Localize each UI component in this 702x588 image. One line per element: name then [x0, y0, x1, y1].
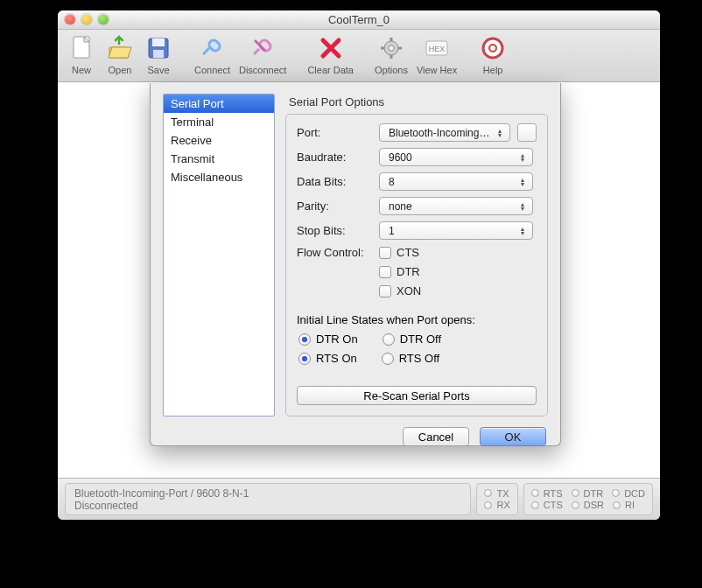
toolbar-label: Options: [375, 65, 408, 75]
cts-led: CTS: [531, 500, 563, 510]
svg-point-18: [489, 45, 496, 52]
baud-value: 9600: [389, 151, 412, 164]
led-icon: [572, 489, 579, 497]
status-connection: Bluetooth-Incoming-Port / 9600 8-N-1: [74, 487, 461, 500]
titlebar: CoolTerm_0: [58, 10, 660, 30]
led-icon: [484, 489, 492, 497]
open-button[interactable]: Open: [102, 33, 138, 75]
category-list[interactable]: Serial Port Terminal Receive Transmit Mi…: [163, 94, 275, 416]
parity-label: Parity:: [297, 200, 372, 213]
port-info-button[interactable]: [517, 123, 537, 142]
svg-rect-4: [152, 38, 165, 46]
dtr-checkbox[interactable]: DTR: [379, 265, 421, 278]
checkbox-icon: [379, 247, 391, 259]
dtr-off-radio[interactable]: DTR Off: [383, 332, 441, 346]
parity-value: none: [389, 200, 412, 213]
toolbar-label: Clear Data: [307, 65, 354, 75]
port-value: Bluetooth-Incoming…: [389, 127, 489, 139]
stopbits-select[interactable]: 1 ▴▾: [379, 221, 533, 240]
clear-icon: [316, 33, 346, 63]
toolbar: New Open Save Connect Disconnect: [58, 30, 660, 82]
led-icon: [613, 501, 621, 509]
status-info: Bluetooth-Incoming-Port / 9600 8-N-1 Dis…: [65, 483, 471, 515]
rts-led: RTS: [531, 488, 563, 499]
stopbits-label: Stop Bits:: [297, 224, 372, 237]
databits-value: 8: [389, 176, 395, 188]
traffic-lights: [65, 14, 109, 24]
hex-icon: HEX: [422, 33, 452, 63]
options-panel: Serial Port Options Port: Bluetooth-Inco…: [285, 94, 548, 416]
toolbar-label: New: [72, 65, 91, 75]
save-icon: [144, 33, 173, 63]
disconnect-button[interactable]: Disconnect: [235, 33, 290, 75]
clear-data-button[interactable]: Clear Data: [304, 33, 357, 75]
radio-icon: [382, 353, 394, 365]
dialog-actions: Cancel OK: [163, 427, 548, 446]
chevron-updown-icon: ▴▾: [516, 178, 529, 186]
initial-states-label: Initial Line States when Port opens:: [297, 313, 537, 326]
open-icon: [105, 33, 135, 63]
baud-label: Baudrate:: [297, 150, 372, 164]
baud-select[interactable]: 9600 ▴▾: [379, 148, 533, 166]
minimize-icon[interactable]: [81, 14, 92, 24]
help-icon: [478, 33, 508, 63]
checkbox-icon: [379, 285, 391, 298]
view-hex-button[interactable]: HEX View Hex: [413, 33, 460, 75]
databits-label: Data Bits:: [297, 175, 372, 188]
tx-led: TX: [484, 488, 509, 499]
options-button[interactable]: Options: [371, 33, 411, 75]
toolbar-label: Open: [109, 65, 132, 75]
toolbar-label: Connect: [194, 65, 230, 75]
category-item-receive[interactable]: Receive: [164, 131, 274, 150]
chevron-updown-icon: ▴▾: [494, 129, 506, 137]
category-item-serial-port[interactable]: Serial Port: [164, 94, 274, 113]
signal-leds: RTS DTR DCD CTS DSR RI: [523, 483, 653, 515]
parity-select[interactable]: none ▴▾: [379, 197, 533, 215]
txrx-leds: TX RX: [476, 483, 517, 515]
rx-led: RX: [484, 500, 509, 510]
port-select[interactable]: Bluetooth-Incoming… ▴▾: [379, 123, 510, 142]
zoom-icon[interactable]: [98, 14, 109, 24]
window-title: CoolTerm_0: [58, 13, 660, 26]
rts-on-radio[interactable]: RTS On: [298, 352, 357, 365]
xon-checkbox[interactable]: XON: [379, 284, 421, 298]
status-state: Disconnected: [74, 500, 461, 512]
app-window: CoolTerm_0 New Open Save Connect: [58, 10, 660, 520]
checkbox-icon: [379, 266, 391, 278]
document-icon: [67, 33, 96, 63]
svg-rect-5: [153, 50, 164, 58]
cts-checkbox[interactable]: CTS: [379, 246, 421, 259]
new-button[interactable]: New: [63, 33, 100, 75]
led-icon: [612, 489, 620, 497]
dsr-led: DSR: [572, 500, 604, 510]
save-button[interactable]: Save: [140, 33, 177, 75]
ok-button[interactable]: OK: [480, 427, 546, 446]
cancel-button[interactable]: Cancel: [403, 427, 469, 446]
dtr-led: DTR: [572, 488, 604, 499]
rescan-button[interactable]: Re-Scan Serial Ports: [297, 386, 537, 405]
rts-off-radio[interactable]: RTS Off: [382, 352, 439, 365]
chevron-updown-icon: ▴▾: [516, 202, 529, 211]
ri-led: RI: [613, 500, 635, 510]
status-bar: Bluetooth-Incoming-Port / 9600 8-N-1 Dis…: [58, 478, 660, 520]
dcd-led: DCD: [612, 488, 645, 499]
port-label: Port:: [297, 126, 372, 139]
close-icon[interactable]: [65, 14, 75, 24]
toolbar-label: Help: [483, 65, 503, 75]
toolbar-label: Save: [147, 65, 169, 75]
toolbar-label: Disconnect: [239, 65, 286, 75]
help-button[interactable]: Help: [474, 33, 511, 75]
dtr-on-radio[interactable]: DTR On: [298, 332, 358, 346]
category-item-transmit[interactable]: Transmit: [164, 150, 274, 168]
category-item-misc[interactable]: Miscellaneous: [164, 168, 274, 186]
led-icon: [531, 501, 539, 509]
options-dialog: Serial Port Terminal Receive Transmit Mi…: [150, 83, 561, 446]
led-icon: [572, 501, 579, 509]
led-icon: [484, 501, 492, 509]
group-title: Serial Port Options: [289, 95, 548, 108]
connect-button[interactable]: Connect: [191, 33, 234, 75]
databits-select[interactable]: 8 ▴▾: [379, 172, 533, 191]
svg-point-10: [389, 46, 394, 51]
stopbits-value: 1: [389, 225, 395, 237]
category-item-terminal[interactable]: Terminal: [164, 113, 274, 131]
